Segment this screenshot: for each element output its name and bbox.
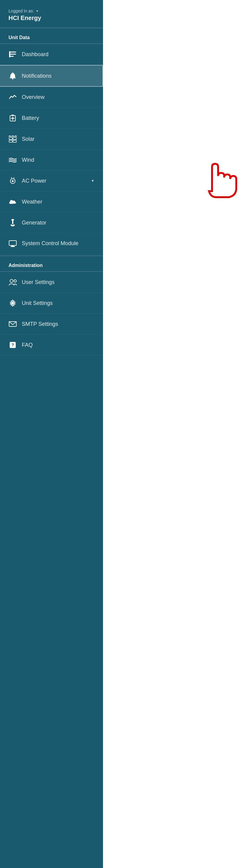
svg-point-24 (12, 224, 13, 225)
sidebar-item-dashboard[interactable]: Dashboard (0, 44, 103, 65)
svg-rect-22 (11, 219, 14, 221)
svg-rect-0 (9, 52, 16, 53)
weather-label: Weather (22, 199, 95, 205)
sidebar-header: Logged in as: ▼ HCI Energy (0, 0, 103, 28)
administration-section: Administration User Settings (0, 255, 103, 355)
sidebar-item-battery[interactable]: Battery (0, 108, 103, 129)
svg-point-19 (12, 180, 14, 182)
svg-rect-13 (13, 140, 16, 142)
sidebar-item-overview[interactable]: Overview (0, 87, 103, 108)
unit-data-nav: Dashboard Notifications Overview (0, 44, 103, 254)
scm-icon (8, 239, 17, 248)
svg-rect-27 (11, 245, 14, 246)
generator-label: Generator (22, 220, 95, 226)
faq-icon: ? (8, 341, 17, 349)
battery-icon (8, 114, 17, 122)
svg-rect-11 (13, 137, 16, 140)
scm-label: System Control Module (22, 240, 95, 247)
sidebar-item-scm[interactable]: System Control Module (0, 233, 103, 254)
solar-label: Solar (22, 136, 95, 142)
acpower-label: AC Power (22, 178, 86, 184)
sidebar: Logged in as: ▼ HCI Energy Unit Data Das… (0, 0, 103, 868)
administration-section-header: Administration (0, 256, 103, 272)
svg-point-28 (10, 279, 13, 282)
svg-text:?: ? (11, 343, 14, 347)
generator-icon (8, 218, 17, 227)
solar-icon (8, 135, 17, 143)
notifications-icon (8, 71, 17, 80)
unit-settings-icon (8, 299, 17, 307)
unit-data-section-header: Unit Data (0, 28, 103, 44)
acpower-icon (8, 177, 17, 185)
sidebar-item-generator[interactable]: Generator (0, 212, 103, 233)
usersettings-label: User Settings (22, 279, 95, 285)
sidebar-item-weather[interactable]: Weather (0, 191, 103, 212)
dashboard-label: Dashboard (22, 51, 95, 58)
smtp-icon (8, 320, 17, 328)
svg-rect-1 (9, 54, 16, 55)
sidebar-item-acpower[interactable]: AC Power ▼ (0, 170, 103, 191)
dashboard-icon (8, 50, 17, 59)
acpower-dropdown-arrow: ▼ (91, 179, 95, 183)
weather-icon (8, 197, 17, 206)
svg-rect-25 (9, 241, 16, 245)
smtp-label: SMTP Settings (22, 321, 95, 328)
svg-rect-10 (9, 137, 12, 140)
admin-nav: User Settings Unit Settings (0, 272, 103, 355)
svg-point-5 (12, 78, 13, 80)
faq-label: FAQ (22, 342, 95, 348)
battery-label: Battery (22, 115, 95, 121)
unitsettings-label: Unit Settings (22, 300, 95, 306)
main-content (103, 0, 249, 868)
logged-in-label: Logged in as: ▼ (8, 8, 95, 13)
user-settings-icon (8, 278, 17, 286)
logged-in-text: Logged in as: (8, 8, 34, 13)
svg-rect-12 (9, 140, 12, 142)
overview-icon (8, 93, 17, 101)
sidebar-item-unitsettings[interactable]: Unit Settings (0, 293, 103, 314)
header-dropdown-arrow[interactable]: ▼ (36, 9, 39, 13)
user-name: HCI Energy (8, 14, 95, 22)
svg-rect-4 (9, 51, 10, 57)
svg-point-29 (14, 280, 16, 282)
cursor-overlay (191, 146, 249, 200)
svg-rect-7 (11, 115, 14, 116)
overview-label: Overview (22, 94, 95, 100)
wind-label: Wind (22, 157, 95, 163)
sidebar-item-solar[interactable]: Solar (0, 129, 103, 150)
wind-icon (8, 156, 17, 164)
sidebar-item-notifications[interactable]: Notifications (0, 65, 103, 87)
sidebar-item-usersettings[interactable]: User Settings (0, 272, 103, 293)
notifications-label: Notifications (22, 73, 94, 79)
sidebar-item-smtp[interactable]: SMTP Settings (0, 314, 103, 335)
svg-rect-23 (12, 221, 13, 224)
sidebar-item-faq[interactable]: ? FAQ (0, 335, 103, 355)
sidebar-item-wind[interactable]: Wind (0, 150, 103, 170)
